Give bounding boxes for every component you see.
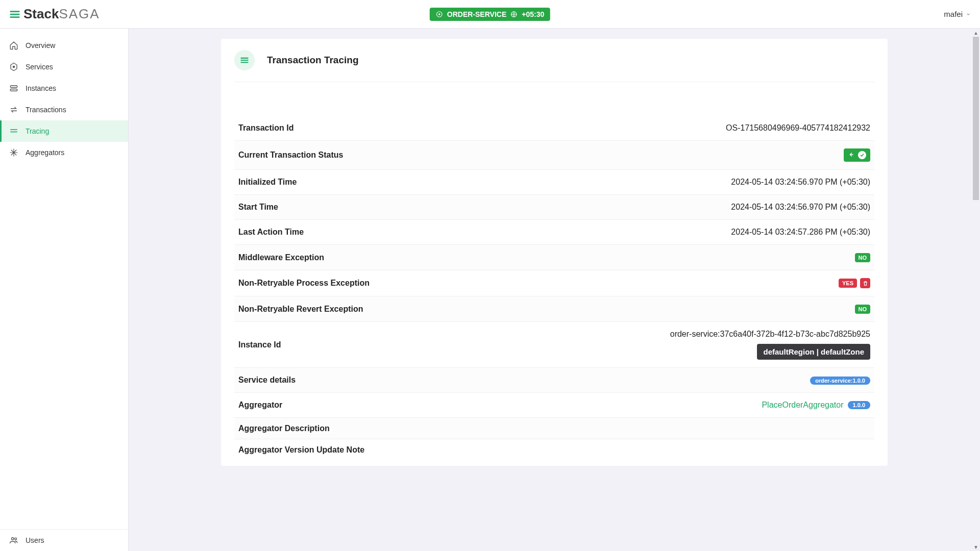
scrollbar[interactable]: ▲ ▼: [972, 29, 980, 551]
sidebar-item-label: Instances: [26, 84, 56, 92]
label: Start Time: [238, 203, 278, 212]
sidebar-item-overview[interactable]: Overview: [0, 35, 128, 56]
service-badge: order-service:1.0.0: [810, 377, 870, 385]
label: Aggregator Description: [238, 424, 330, 433]
hex-icon: [9, 62, 18, 71]
target-icon: [436, 11, 443, 18]
label: Non-Retryable Revert Exception: [238, 305, 363, 314]
region-chip: defaultRegion | defaultZone: [757, 344, 870, 360]
row-aggregator-desc: Aggregator Description: [234, 418, 874, 439]
sidebar-item-users[interactable]: Users: [0, 530, 128, 551]
sidebar-item-services[interactable]: Services: [0, 56, 128, 78]
lines-icon: [9, 127, 18, 136]
sidebar-item-transactions[interactable]: Transactions: [0, 99, 128, 120]
sidebar: Overview Services Instances Transactions…: [0, 29, 129, 551]
value: 2024-05-14 03:24:56.970 PM (+05:30): [731, 203, 870, 212]
row-transaction-id: Transaction Id OS-1715680496969-40577418…: [234, 116, 874, 141]
label: Middleware Exception: [238, 253, 324, 262]
version-badge: 1.0.0: [848, 401, 870, 409]
label: Aggregator: [238, 400, 282, 410]
sidebar-item-label: Aggregators: [26, 148, 64, 157]
row-status: Current Transaction Status: [234, 141, 874, 170]
brand-logo[interactable]: StackSAGA: [9, 6, 100, 22]
user-menu[interactable]: mafei: [944, 10, 971, 18]
row-start-time: Start Time 2024-05-14 03:24:56.970 PM (+…: [234, 195, 874, 220]
yes-badge: YES: [839, 279, 857, 288]
value: OS-1715680496969-405774182412932: [726, 123, 870, 133]
main-content: Transaction Tracing Transaction Id OS-17…: [129, 29, 980, 551]
aggregator-link[interactable]: PlaceOrderAggregator: [762, 400, 843, 410]
server-icon: [9, 84, 18, 93]
sidebar-item-aggregators[interactable]: Aggregators: [0, 142, 128, 163]
value: 2024-05-14 03:24:57.286 PM (+05:30): [731, 228, 870, 237]
card-header: Transaction Tracing: [234, 50, 874, 82]
label: Aggregator Version Update Note: [238, 445, 364, 455]
sidebar-item-tracing[interactable]: Tracing: [0, 120, 128, 142]
instance-value: order-service:37c6a40f-372b-4f12-b73c-ab…: [670, 330, 870, 339]
sidebar-item-label: Tracing: [26, 127, 49, 135]
scrollbar-thumb[interactable]: [973, 37, 979, 200]
check-circle-icon: [858, 151, 866, 159]
sidebar-item-label: Transactions: [26, 106, 66, 114]
label: Instance Id: [238, 340, 281, 349]
home-icon: [9, 41, 18, 50]
svg-rect-7: [10, 86, 17, 88]
swap-icon: [9, 105, 18, 114]
svg-point-11: [12, 538, 14, 540]
sidebar-item-instances[interactable]: Instances: [0, 78, 128, 99]
trash-icon[interactable]: [860, 278, 870, 288]
page-title: Transaction Tracing: [267, 55, 359, 66]
chevron-down-icon: [966, 10, 971, 18]
brand-stack: Stack: [23, 6, 59, 21]
label: Transaction Id: [238, 123, 293, 133]
svg-point-4: [438, 13, 440, 15]
logo-mark-icon: [9, 9, 20, 20]
row-aggregator: Aggregator PlaceOrderAggregator 1.0.0: [234, 393, 874, 418]
snowflake-icon: [9, 148, 18, 157]
svg-rect-8: [10, 89, 17, 91]
row-nrr-exception: Non-Retryable Revert Exception NO: [234, 296, 874, 322]
label: Current Transaction Status: [238, 151, 343, 160]
row-init-time: Initialized Time 2024-05-14 03:24:56.970…: [234, 170, 874, 195]
timezone: +05:30: [522, 10, 544, 18]
row-service-details: Service details order-service:1.0.0: [234, 368, 874, 393]
value: 2024-05-14 03:24:56.970 PM (+05:30): [731, 178, 870, 187]
label: Service details: [238, 375, 296, 385]
scroll-up-arrow[interactable]: ▲: [972, 29, 980, 37]
row-aggregator-note: Aggregator Version Update Note: [234, 439, 874, 461]
row-last-time: Last Action Time 2024-05-14 03:24:57.286…: [234, 220, 874, 245]
no-badge: NO: [855, 305, 871, 314]
label: Last Action Time: [238, 228, 304, 237]
menu-icon[interactable]: [234, 50, 255, 70]
svg-point-12: [15, 538, 17, 540]
arrow-left-icon: [848, 151, 854, 160]
service-name: ORDER-SERVICE: [447, 10, 506, 18]
globe-icon: [510, 11, 518, 18]
status-badge: [844, 148, 870, 162]
users-icon: [9, 536, 18, 545]
service-indicator: ORDER-SERVICE +05:30: [430, 8, 550, 21]
brand-saga: SAGA: [59, 6, 100, 21]
user-name: mafei: [944, 10, 963, 18]
no-badge: NO: [855, 253, 871, 262]
row-instance-id: Instance Id order-service:37c6a40f-372b-…: [234, 322, 874, 368]
tracing-card: Transaction Tracing Transaction Id OS-17…: [221, 39, 888, 466]
svg-point-6: [13, 66, 15, 68]
row-nrp-exception: Non-Retryable Process Exception YES: [234, 270, 874, 296]
row-mw-exception: Middleware Exception NO: [234, 245, 874, 270]
label: Initialized Time: [238, 178, 297, 187]
detail-rows: Transaction Id OS-1715680496969-40577418…: [234, 116, 874, 461]
sidebar-item-label: Services: [26, 63, 53, 71]
sidebar-item-label: Users: [26, 536, 44, 544]
scroll-down-arrow[interactable]: ▼: [972, 543, 980, 551]
sidebar-item-label: Overview: [26, 41, 55, 49]
top-bar: StackSAGA ORDER-SERVICE +05:30 mafei: [0, 0, 980, 29]
label: Non-Retryable Process Exception: [238, 279, 370, 288]
service-pill[interactable]: ORDER-SERVICE +05:30: [430, 8, 550, 21]
